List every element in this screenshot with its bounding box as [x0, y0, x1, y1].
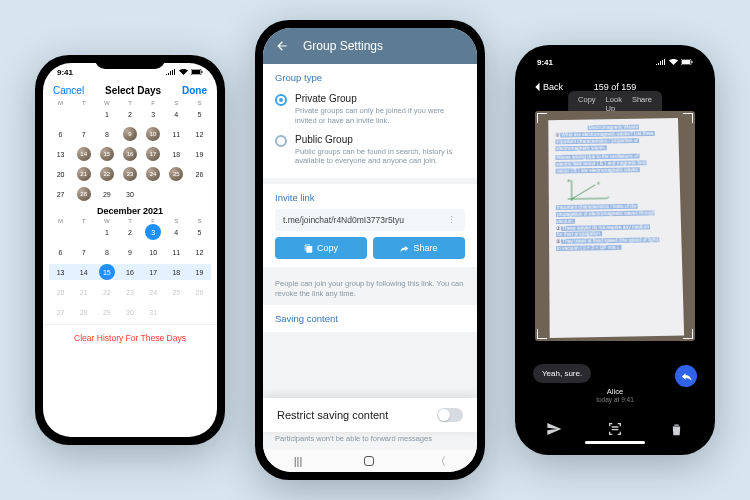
day-cell[interactable]: 21 [72, 166, 95, 182]
svg-rect-5 [692, 61, 693, 63]
day-cell[interactable]: 5 [188, 224, 211, 240]
back-icon[interactable]: 〈 [435, 454, 446, 469]
recent-apps-icon[interactable]: ||| [294, 455, 303, 467]
day-cell[interactable]: 18 [165, 146, 188, 162]
notch [580, 45, 650, 59]
month2-grid[interactable]: 1234567891011121314151617181920212223242… [43, 224, 217, 320]
crop-handle-br[interactable] [683, 329, 693, 339]
day-cell[interactable]: 11 [165, 126, 188, 142]
signal-icon [656, 59, 666, 65]
day-cell[interactable]: 27 [49, 304, 72, 320]
day-cell[interactable]: 3 [142, 224, 165, 240]
day-cell[interactable]: 30 [118, 186, 141, 202]
day-cell[interactable]: 20 [49, 166, 72, 182]
day-cell[interactable]: 23 [118, 166, 141, 182]
day-cell[interactable]: 19 [188, 264, 211, 280]
day-cell[interactable]: 8 [95, 244, 118, 260]
day-cell[interactable]: 16 [118, 264, 141, 280]
day-cell[interactable]: 6 [49, 126, 72, 142]
day-cell[interactable]: 9 [118, 126, 141, 142]
back-button[interactable]: Back [533, 82, 563, 92]
public-group-desc: Public groups can be found in search, hi… [295, 147, 465, 167]
axes-diagram-icon: E c B [562, 176, 612, 202]
home-icon[interactable] [364, 456, 374, 466]
day-cell[interactable]: 1 [95, 106, 118, 122]
day-cell[interactable]: 14 [72, 146, 95, 162]
day-cell [49, 106, 72, 122]
day-cell[interactable]: 10 [142, 126, 165, 142]
reply-button[interactable] [675, 365, 697, 387]
document-viewport[interactable]: Electromagnetic Waves ① What are electro… [535, 111, 695, 341]
day-cell[interactable]: 10 [142, 244, 165, 260]
copy-button[interactable]: Copy [275, 237, 367, 259]
day-cell[interactable]: 9 [118, 244, 141, 260]
day-cell[interactable]: 31 [142, 304, 165, 320]
day-cell[interactable]: 5 [188, 106, 211, 122]
done-button[interactable]: Done [182, 85, 207, 96]
day-cell[interactable]: 16 [118, 146, 141, 162]
day-cell[interactable]: 4 [165, 224, 188, 240]
day-cell[interactable]: 12 [188, 126, 211, 142]
day-cell[interactable]: 12 [188, 244, 211, 260]
day-cell[interactable]: 7 [72, 126, 95, 142]
home-indicator[interactable] [585, 441, 645, 444]
day-cell[interactable]: 18 [165, 264, 188, 280]
day-cell[interactable]: 29 [95, 304, 118, 320]
day-cell[interactable]: 13 [49, 264, 72, 280]
day-cell[interactable]: 2 [118, 224, 141, 240]
radio-unchecked-icon [275, 135, 287, 147]
day-cell[interactable]: 29 [95, 186, 118, 202]
day-cell[interactable]: 24 [142, 284, 165, 300]
day-cell[interactable]: 19 [188, 146, 211, 162]
month1-grid[interactable]: 1234567891011121314151617181920212223242… [43, 106, 217, 202]
toggle-switch[interactable] [437, 408, 463, 422]
private-group-option[interactable]: Private Group Private groups can only be… [275, 89, 465, 130]
clear-history-button[interactable]: Clear History For These Days [43, 324, 217, 351]
day-cell[interactable]: 24 [142, 166, 165, 182]
day-cell[interactable]: 15 [95, 146, 118, 162]
day-cell[interactable]: 22 [95, 284, 118, 300]
day-cell[interactable]: 17 [142, 146, 165, 162]
back-arrow-icon[interactable] [275, 39, 289, 53]
day-cell[interactable]: 25 [165, 284, 188, 300]
day-cell[interactable]: 4 [165, 106, 188, 122]
public-group-option[interactable]: Public Group Public groups can be found … [275, 130, 465, 171]
day-cell[interactable]: 3 [142, 106, 165, 122]
day-cell[interactable]: 23 [118, 284, 141, 300]
day-cell[interactable]: 15 [95, 264, 118, 280]
day-cell[interactable]: 8 [95, 126, 118, 142]
day-cell[interactable]: 14 [72, 264, 95, 280]
day-cell[interactable]: 6 [49, 244, 72, 260]
crop-handle-tr[interactable] [683, 113, 693, 123]
day-cell[interactable]: 20 [49, 284, 72, 300]
svg-line-6 [568, 198, 608, 199]
day-cell[interactable]: 17 [142, 264, 165, 280]
day-cell[interactable]: 27 [49, 186, 72, 202]
share-button[interactable]: Share [373, 237, 465, 259]
day-cell[interactable]: 22 [95, 166, 118, 182]
delete-icon[interactable] [669, 422, 684, 437]
more-icon[interactable]: ⋮ [447, 215, 457, 225]
crop-handle-bl[interactable] [537, 329, 547, 339]
day-cell[interactable]: 30 [118, 304, 141, 320]
day-cell[interactable]: 21 [72, 284, 95, 300]
day-cell[interactable]: 25 [165, 166, 188, 182]
send-icon[interactable] [546, 421, 562, 437]
day-cell[interactable]: 2 [118, 106, 141, 122]
svg-text:E: E [597, 180, 600, 185]
public-group-title: Public Group [295, 134, 465, 145]
day-cell[interactable]: 1 [95, 224, 118, 240]
status-icons [166, 69, 203, 75]
crop-handle-tl[interactable] [537, 113, 547, 123]
day-cell[interactable]: 26 [188, 284, 211, 300]
cancel-button[interactable]: Cancel [53, 85, 84, 96]
day-cell[interactable]: 26 [188, 166, 211, 182]
day-cell[interactable]: 28 [72, 186, 95, 202]
day-cell[interactable]: 7 [72, 244, 95, 260]
restrict-saving-row[interactable]: Restrict saving content [263, 398, 477, 432]
day-cell[interactable]: 11 [165, 244, 188, 260]
day-cell[interactable]: 28 [72, 304, 95, 320]
scan-text-icon[interactable] [607, 421, 623, 437]
invite-link-field[interactable]: t.me/joinchat/r4Nd0mI3773r5tyu ⋮ [275, 209, 465, 231]
day-cell[interactable]: 13 [49, 146, 72, 162]
